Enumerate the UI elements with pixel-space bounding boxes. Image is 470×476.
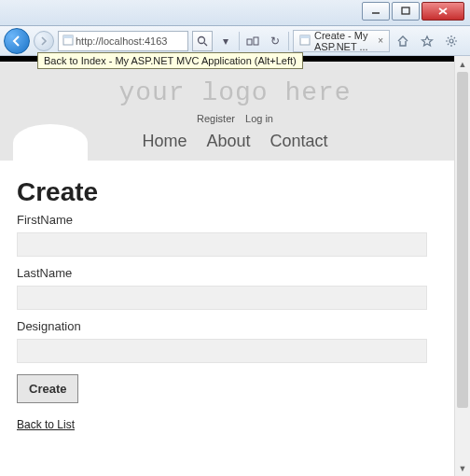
firstname-input[interactable] xyxy=(17,232,427,257)
page-icon xyxy=(62,35,74,48)
page-viewport: your logo here Register Log in Home Abou… xyxy=(0,56,470,476)
firstname-label: FirstName xyxy=(17,213,453,227)
close-button[interactable] xyxy=(422,2,464,21)
scroll-thumb[interactable] xyxy=(457,72,468,408)
forward-button[interactable] xyxy=(34,31,54,51)
nav-about[interactable]: About xyxy=(206,132,250,150)
svg-rect-8 xyxy=(247,39,252,45)
designation-label: Designation xyxy=(17,319,453,333)
svg-rect-9 xyxy=(254,37,258,45)
vertical-scrollbar[interactable]: ▲ ▼ xyxy=(454,56,470,476)
login-link[interactable]: Log in xyxy=(245,113,273,124)
designation-input[interactable] xyxy=(17,339,427,363)
separator xyxy=(239,32,240,50)
url-text: http://localhost:4163 xyxy=(76,35,167,47)
refresh-icon[interactable]: ↻ xyxy=(266,32,284,50)
dropdown-icon[interactable]: ▾ xyxy=(216,32,235,50)
svg-line-7 xyxy=(204,43,207,46)
lastname-label: LastName xyxy=(17,266,453,280)
page-header: your logo here Register Log in Home Abou… xyxy=(0,62,470,161)
svg-rect-11 xyxy=(300,35,310,38)
svg-point-6 xyxy=(199,36,205,43)
svg-point-12 xyxy=(449,39,453,43)
back-tooltip: Back to Index - My ASP.NET MVC Applicati… xyxy=(37,52,303,69)
settings-icon[interactable] xyxy=(442,32,461,50)
favorites-icon[interactable] xyxy=(418,32,436,50)
page-title: Create xyxy=(17,177,453,207)
svg-rect-1 xyxy=(402,7,409,14)
auth-links: Register Log in xyxy=(13,113,457,124)
minimize-button[interactable] xyxy=(362,2,390,21)
back-to-list-link[interactable]: Back to List xyxy=(17,418,75,431)
nav-home[interactable]: Home xyxy=(142,132,187,150)
tab-title: Create - My ASP.NET ... xyxy=(314,30,374,52)
header-curve xyxy=(13,124,88,161)
tab-close-icon[interactable]: × xyxy=(378,35,383,46)
nav-contact[interactable]: Contact xyxy=(270,132,328,150)
svg-rect-5 xyxy=(63,35,73,38)
scroll-down-icon[interactable]: ▼ xyxy=(455,460,470,476)
browser-tab[interactable]: Create - My ASP.NET ... × xyxy=(293,30,390,52)
logo-text: your logo here xyxy=(13,73,457,111)
browser-toolbar: http://localhost:4163 ▾ ↻ Create - My AS… xyxy=(0,26,470,56)
register-link[interactable]: Register xyxy=(197,113,235,124)
window-titlebar xyxy=(0,0,470,26)
compat-view-icon[interactable] xyxy=(243,32,262,50)
address-bar[interactable]: http://localhost:4163 xyxy=(58,31,188,51)
maximize-button[interactable] xyxy=(392,2,420,21)
tab-favicon xyxy=(299,35,311,48)
search-button[interactable] xyxy=(192,31,213,51)
back-button[interactable] xyxy=(4,28,30,54)
create-button[interactable]: Create xyxy=(17,374,78,403)
scroll-up-icon[interactable]: ▲ xyxy=(455,56,470,72)
lastname-input[interactable] xyxy=(17,286,427,310)
separator xyxy=(288,32,289,50)
home-icon[interactable] xyxy=(394,32,412,50)
